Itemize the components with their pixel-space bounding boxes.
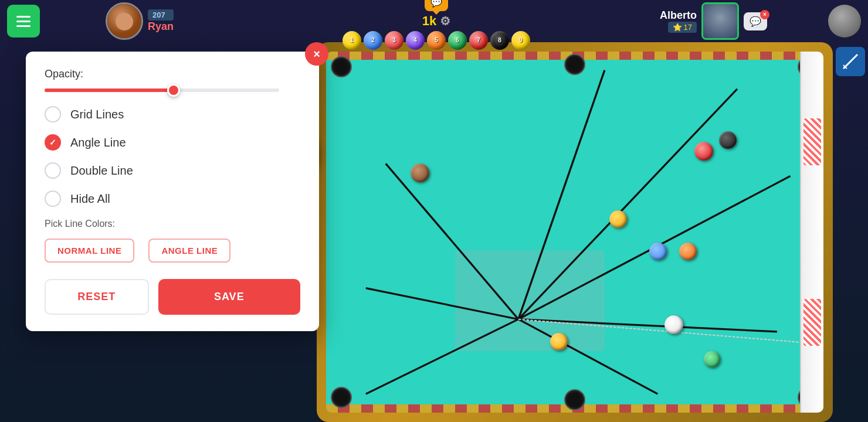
opacity-slider-container: [45, 89, 300, 92]
radio-circle-double-line[interactable]: [45, 162, 61, 179]
normal-line-button[interactable]: NORMAL LINE: [45, 239, 134, 263]
color-buttons-row: NORMAL LINE ANGLE LINE: [45, 239, 300, 263]
settings-panel: × Opacity: Grid Lines Angle Line Double …: [26, 52, 319, 331]
radio-double-line[interactable]: Double Line: [45, 162, 300, 179]
slider-fill: [45, 89, 174, 92]
save-button[interactable]: SAVE: [158, 279, 300, 315]
radio-circle-grid-lines[interactable]: [45, 106, 61, 122]
radio-label-angle-line: Angle Line: [70, 136, 126, 149]
radio-label-hide-all: Hide All: [70, 192, 110, 206]
slider-thumb[interactable]: [167, 84, 180, 97]
radio-grid-lines[interactable]: Grid Lines: [45, 106, 300, 122]
angle-line-button[interactable]: ANGLE LINE: [148, 239, 230, 263]
close-icon: ×: [313, 47, 320, 61]
radio-angle-line[interactable]: Angle Line: [45, 134, 300, 151]
modal-overlay: × Opacity: Grid Lines Angle Line Double …: [0, 0, 868, 422]
opacity-label: Opacity:: [45, 68, 300, 80]
close-button[interactable]: ×: [305, 42, 328, 66]
radio-circle-angle-line[interactable]: [45, 134, 61, 151]
reset-button[interactable]: RESET: [45, 279, 149, 315]
action-buttons-row: RESET SAVE: [45, 279, 300, 315]
pick-colors-label: Pick Line Colors:: [45, 219, 300, 229]
radio-label-double-line: Double Line: [70, 164, 133, 178]
radio-label-grid-lines: Grid Lines: [70, 108, 124, 121]
radio-circle-hide-all[interactable]: [45, 190, 61, 207]
slider-track[interactable]: [45, 89, 279, 92]
radio-hide-all[interactable]: Hide All: [45, 190, 300, 207]
